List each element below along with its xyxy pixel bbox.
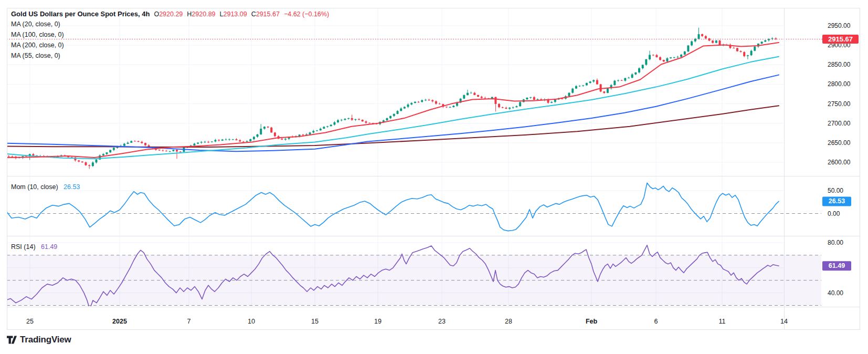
svg-text:26.53: 26.53 bbox=[829, 197, 845, 205]
svg-text:2850.00: 2850.00 bbox=[828, 61, 851, 68]
svg-text:2750.00: 2750.00 bbox=[828, 100, 851, 108]
symbol-title[interactable]: Gold US Dollars per Ounce Spot Prices, 4… bbox=[11, 10, 150, 18]
svg-text:0.00: 0.00 bbox=[828, 210, 840, 217]
time-axis-labels[interactable]: 25202571015192328Feb61114 bbox=[26, 318, 788, 325]
svg-text:2700.00: 2700.00 bbox=[828, 120, 851, 127]
svg-text:7: 7 bbox=[187, 318, 191, 325]
svg-text:2600.00: 2600.00 bbox=[828, 159, 851, 166]
svg-text:2950.00: 2950.00 bbox=[828, 22, 851, 29]
svg-text:10: 10 bbox=[248, 318, 255, 325]
svg-text:Feb: Feb bbox=[586, 318, 598, 325]
candles bbox=[4, 28, 777, 169]
svg-text:11: 11 bbox=[719, 318, 726, 325]
svg-text:40.00: 40.00 bbox=[828, 289, 843, 297]
chart-widget: 2950.002900.002850.002800.002750.002700.… bbox=[0, 0, 868, 354]
svg-text:61.49: 61.49 bbox=[829, 262, 845, 269]
price-axis-labels[interactable]: 2950.002900.002850.002800.002750.002700.… bbox=[828, 22, 851, 166]
svg-text:14: 14 bbox=[780, 318, 788, 325]
svg-text:2915.67: 2915.67 bbox=[828, 35, 853, 43]
tradingview-icon bbox=[7, 336, 17, 344]
momentum-badge: 26.53 bbox=[822, 196, 851, 206]
price-badge: 2915.67 bbox=[822, 35, 859, 44]
rsi-badge: 61.49 bbox=[822, 261, 851, 270]
svg-text:2025: 2025 bbox=[112, 318, 127, 325]
svg-text:23: 23 bbox=[438, 318, 446, 325]
candlestick-chart-canvas[interactable]: 2950.002900.002850.002800.002750.002700.… bbox=[0, 0, 868, 354]
svg-text:25: 25 bbox=[26, 318, 34, 325]
tradingview-attribution[interactable]: TradingView bbox=[7, 335, 71, 345]
svg-text:80.00: 80.00 bbox=[828, 239, 843, 246]
svg-text:19: 19 bbox=[374, 318, 382, 325]
svg-text:6: 6 bbox=[654, 318, 658, 325]
svg-text:2650.00: 2650.00 bbox=[828, 139, 851, 147]
svg-text:15: 15 bbox=[311, 318, 319, 325]
svg-text:2800.00: 2800.00 bbox=[828, 80, 851, 88]
momentum-line bbox=[5, 183, 779, 231]
svg-text:28: 28 bbox=[505, 318, 512, 325]
tradingview-text: TradingView bbox=[20, 335, 71, 345]
svg-text:50.00: 50.00 bbox=[828, 187, 843, 194]
